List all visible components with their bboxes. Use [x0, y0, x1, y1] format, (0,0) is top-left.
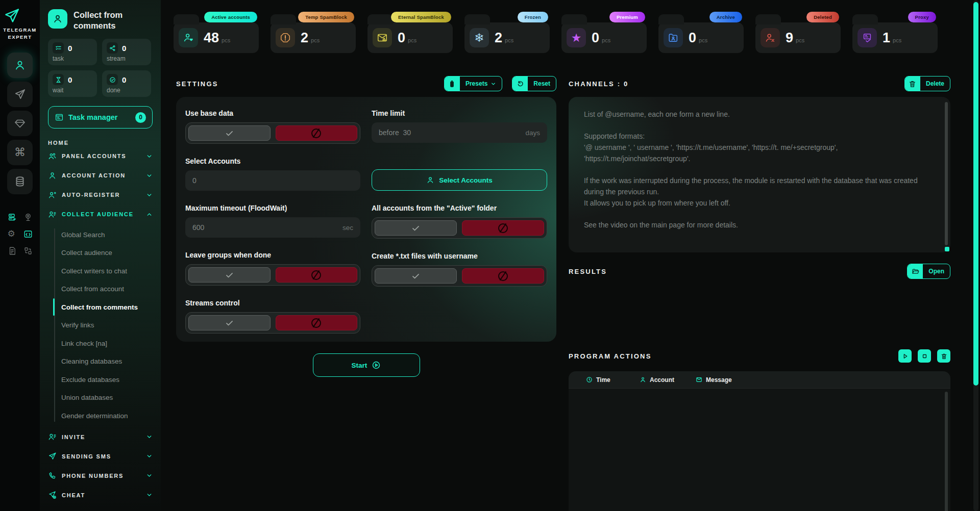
- status-card-frozen: Frozen ❄ 2 pcs: [464, 22, 550, 53]
- person-list-icon: [48, 432, 57, 441]
- check-circle-icon: [107, 74, 118, 85]
- chevron-down-icon: [491, 81, 496, 87]
- status-card-eternal-spamblock: Eternal SpamBlock 0 pcs: [368, 22, 453, 53]
- page-scrollbar[interactable]: [973, 0, 978, 511]
- select-accounts-input[interactable]: [185, 170, 360, 191]
- rail-premium-button[interactable]: [7, 111, 33, 136]
- rail-nav: ⌘: [7, 53, 33, 194]
- toggle-off-option[interactable]: [462, 220, 544, 236]
- toggle-off-option[interactable]: [276, 315, 358, 330]
- rail-tools-button[interactable]: ⌘: [7, 140, 33, 165]
- submenu-item-verify-links[interactable]: Verify links: [61, 316, 153, 335]
- swap-squares-icon[interactable]: [23, 246, 33, 256]
- sidebar-item-auto-register[interactable]: AUTO-REGISTER: [48, 186, 153, 204]
- reset-button[interactable]: Reset: [512, 76, 556, 91]
- status-pill: Eternal SpamBlock: [391, 12, 451, 22]
- sidebar-item-sending-sms[interactable]: SENDING SMS: [48, 447, 153, 466]
- status-card-premium: Premium ★ 0 pcs: [561, 22, 647, 53]
- play-button[interactable]: [898, 349, 912, 363]
- table-scrollbar[interactable]: [945, 392, 948, 511]
- snowflake-icon: ❄: [470, 28, 489, 47]
- app-root: TELEGRAM EXPERT ⌘ ⚙: [0, 0, 980, 511]
- submenu-item-collect-from-account[interactable]: Collect from account: [61, 280, 153, 298]
- field-label: Time limit: [372, 109, 547, 117]
- submenu-item-collect-audience[interactable]: Collect audience: [61, 244, 153, 262]
- max-timeout-input[interactable]: sec: [185, 217, 360, 238]
- counter-value: 0: [68, 75, 72, 84]
- txt-files-toggle: [372, 265, 547, 287]
- counter-stream: 0 stream: [102, 39, 151, 65]
- sidebar-item-panel-accounts[interactable]: PANEL ACCOUNTS: [48, 147, 153, 165]
- ban-icon: [498, 271, 508, 281]
- delete-button[interactable]: Delete: [904, 76, 950, 91]
- proxy-server-icon: [857, 28, 877, 47]
- field-label: Create *.txt files with username: [372, 252, 547, 260]
- gear-icon[interactable]: ⚙: [8, 229, 17, 239]
- channels-textarea-wrap: [569, 97, 950, 252]
- rail-database-button[interactable]: [7, 169, 33, 194]
- submenu-item-collect-from-comments[interactable]: Collect from comments: [61, 298, 153, 316]
- rail-accounts-button[interactable]: [7, 53, 33, 78]
- task-manager-button[interactable]: Task manager 0: [48, 106, 153, 129]
- paper-plane-icon: [14, 88, 26, 100]
- toggle-off-option[interactable]: [276, 267, 358, 283]
- submenu-item-collect-writers[interactable]: Collect writers to chat: [61, 262, 153, 280]
- time-limit-input[interactable]: days: [372, 122, 547, 143]
- sidebar-item-home[interactable]: HOME: [48, 140, 153, 146]
- share-nodes-icon: [107, 42, 118, 54]
- submenu-item-global-search[interactable]: Global Search: [61, 225, 153, 244]
- submenu-item-cleaning-databases[interactable]: Cleaning databases: [61, 352, 153, 371]
- submenu-item-gender-determination[interactable]: Gender determination: [61, 406, 153, 425]
- submenu-item-exclude-databases[interactable]: Exclude databases: [61, 370, 153, 389]
- sidebar-item-phone-numbers[interactable]: PHONE NUMBERS: [48, 467, 153, 485]
- channels-textarea[interactable]: [569, 97, 950, 252]
- toggle-on-option[interactable]: [375, 220, 457, 236]
- toggle-on-option[interactable]: [188, 267, 271, 283]
- sidebar-item-account-action[interactable]: ACCOUNT ACTION: [48, 166, 153, 185]
- star-icon: ★: [567, 28, 586, 47]
- sidebar-item-cheat[interactable]: CHEAT: [48, 486, 153, 504]
- toggle-on-option[interactable]: [188, 125, 271, 141]
- textarea-scrollbar[interactable]: [945, 102, 948, 245]
- settings-panel: Use base data Select Accounts Maxim: [176, 97, 556, 342]
- stop-button[interactable]: [918, 349, 931, 363]
- rail-send-button[interactable]: [7, 82, 33, 107]
- select-accounts-button[interactable]: Select Accounts: [372, 169, 547, 191]
- folder-open-icon: [908, 264, 923, 278]
- field-label: Select Accounts: [185, 157, 360, 165]
- field-label: Leave groups when done: [185, 251, 360, 259]
- sidebar-item-invite[interactable]: INVITE: [48, 428, 153, 446]
- start-button[interactable]: Start: [313, 353, 420, 377]
- status-unit: pcs: [602, 37, 610, 43]
- person-icon: [48, 9, 67, 29]
- submenu-item-link-check[interactable]: Link check [na]: [61, 334, 153, 352]
- resize-handle[interactable]: [945, 247, 949, 251]
- ban-icon: [311, 318, 321, 328]
- channels-section: CHANNELS : 0 Delete RESULTS: [569, 75, 950, 511]
- rail-mini-icons: ⚙: [8, 213, 33, 256]
- counter-task: 0 task: [48, 39, 97, 65]
- field-label: Use base data: [185, 109, 360, 117]
- submenu-item-union-databases[interactable]: Union databases: [61, 389, 153, 407]
- toggle-on-option[interactable]: [375, 268, 457, 284]
- webcam-icon[interactable]: [23, 213, 33, 222]
- server-check-icon[interactable]: [8, 213, 17, 222]
- results-title: RESULTS: [569, 268, 607, 275]
- status-card-temp-spamblock: Temp SpamBlock 2 pcs: [271, 22, 356, 53]
- document-icon[interactable]: [8, 246, 17, 256]
- presets-button[interactable]: Presets: [444, 76, 502, 91]
- status-pill: Frozen: [518, 12, 548, 22]
- toggle-off-option[interactable]: [462, 268, 544, 284]
- page-scrollbar-thumb[interactable]: [973, 2, 978, 386]
- toggle-off-option[interactable]: [276, 125, 358, 141]
- database-icon: [14, 175, 26, 188]
- code-window-icon[interactable]: [23, 229, 33, 239]
- module-header: Collect from comments: [48, 9, 153, 31]
- sidebar-item-collect-audience[interactable]: COLLECT AUDIENCE: [48, 205, 153, 223]
- open-results-button[interactable]: Open: [907, 264, 950, 279]
- collect-audience-submenu: Global Search Collect audience Collect w…: [51, 225, 153, 425]
- person-x-icon: [761, 28, 780, 47]
- clear-log-button[interactable]: [937, 349, 950, 363]
- status-unit: pcs: [408, 37, 416, 43]
- toggle-on-option[interactable]: [188, 315, 271, 330]
